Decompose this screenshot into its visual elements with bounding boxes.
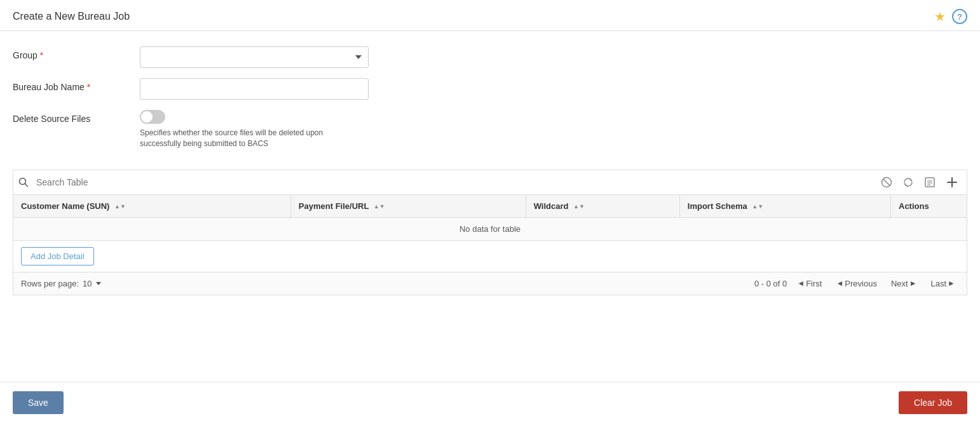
rows-per-page-label: Rows per page: (21, 279, 79, 288)
toolbar-export-button[interactable] (921, 175, 939, 190)
delete-source-description: Specifies whether the source files will … (140, 128, 356, 149)
svg-line-1 (25, 184, 28, 186)
bureau-job-name-required-star: * (87, 82, 90, 92)
no-data-row: No data for table (13, 217, 967, 240)
col-customer-name[interactable]: Customer Name (SUN) ▲▼ (13, 194, 291, 217)
save-button[interactable]: Save (13, 391, 64, 414)
delete-source-label: Delete Source Files (13, 110, 140, 124)
toolbar-add-button[interactable] (943, 174, 962, 191)
last-arrow-icon: ► (948, 279, 955, 288)
table-header-row: Customer Name (SUN) ▲▼ Payment File/URL … (13, 194, 967, 217)
pagination-bar: Rows per page: 10 5 25 50 0 - 0 of 0 ◄ F… (13, 272, 967, 295)
next-button[interactable]: Next ► (887, 278, 921, 290)
bureau-job-name-label: Bureau Job Name * (13, 78, 140, 92)
col-wildcard[interactable]: Wildcard ▲▼ (526, 194, 679, 217)
search-icon (18, 177, 29, 187)
next-arrow-icon: ► (909, 279, 917, 288)
clear-job-button[interactable]: Clear Job (899, 391, 967, 414)
page-title: Create a New Bureau Job (13, 11, 130, 22)
toolbar-ban-button[interactable] (878, 175, 895, 190)
pagination-count: 0 - 0 of 0 (754, 279, 787, 288)
page-footer: Save Clear Job (0, 382, 980, 423)
svg-line-3 (883, 178, 890, 185)
group-select[interactable] (140, 46, 369, 68)
help-icon[interactable]: ? (952, 9, 967, 24)
add-job-detail-row: Add Job Detail (13, 241, 967, 272)
group-label: Group * (13, 46, 140, 60)
bureau-job-name-input[interactable] (140, 78, 369, 100)
rows-per-page-select[interactable]: 10 5 25 50 (83, 279, 101, 288)
favorite-icon[interactable]: ★ (934, 9, 946, 24)
svg-rect-4 (925, 178, 934, 187)
no-data-message: No data for table (13, 217, 967, 240)
search-input[interactable] (32, 175, 874, 190)
col-actions: Actions (891, 194, 967, 217)
previous-arrow-icon: ◄ (836, 279, 843, 288)
add-job-detail-button[interactable]: Add Job Detail (21, 247, 94, 265)
data-table: Customer Name (SUN) ▲▼ Payment File/URL … (13, 194, 967, 241)
col-import-schema[interactable]: Import Schema ▲▼ (679, 194, 890, 217)
first-button[interactable]: ◄ First (793, 278, 826, 290)
previous-button[interactable]: ◄ Previous (832, 278, 880, 290)
col-payment-file[interactable]: Payment File/URL ▲▼ (290, 194, 526, 217)
last-button[interactable]: Last ► (927, 278, 959, 290)
table-toolbar (13, 170, 967, 194)
delete-source-row: Delete Source Files Specifies whether th… (13, 110, 967, 149)
group-required-star: * (40, 50, 43, 60)
first-arrow-icon: ◄ (797, 279, 805, 288)
group-field-row: Group * (13, 46, 967, 68)
toolbar-refresh-button[interactable] (899, 175, 917, 190)
rows-per-page-section: Rows per page: 10 5 25 50 (21, 279, 101, 288)
bureau-job-name-row: Bureau Job Name * (13, 78, 967, 100)
delete-source-toggle[interactable] (140, 110, 165, 124)
